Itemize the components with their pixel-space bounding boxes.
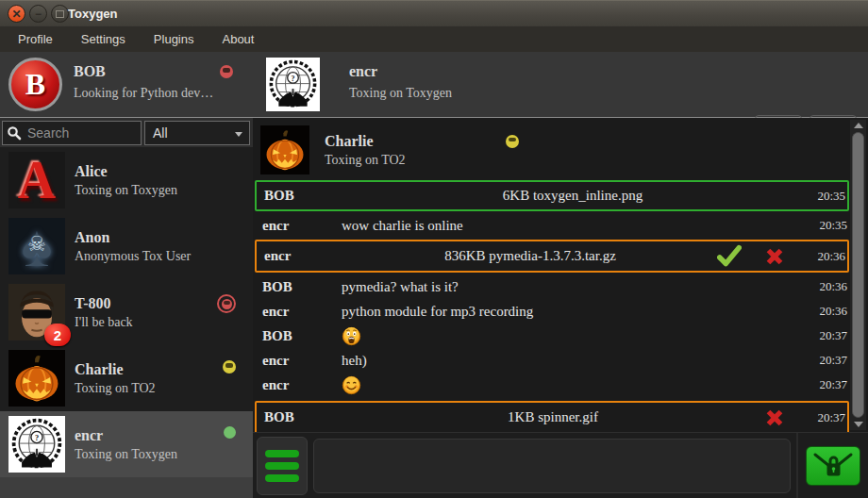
message-row: encr wow charlie is online 20:35 (255, 213, 849, 238)
window-controls: ✕ − (8, 5, 69, 23)
scrollbar-thumb[interactable] (852, 132, 864, 418)
self-status-message[interactable]: Looking for Python dev… (74, 86, 213, 101)
window-title: Toxygen (68, 1, 118, 27)
shocked-smiley-icon (342, 326, 361, 346)
minimize-button[interactable]: − (29, 5, 47, 23)
contact-status-message: I'll be back (75, 315, 133, 330)
file-transfer-label: 836KB pymedia-1.3.7.3.tar.gz (343, 248, 717, 264)
avatar-encr-anon (8, 416, 65, 473)
online-status-icon (224, 426, 236, 439)
message-text: python module for mp3 recording (342, 304, 804, 320)
message-compose-bar (253, 432, 868, 498)
message-time: 20:36 (804, 304, 849, 319)
message-time: 20:35 (804, 218, 849, 233)
search-row: All (0, 118, 253, 147)
card-contact-name: Charlie (325, 133, 374, 150)
sidebar-contact-t800[interactable]: 2 T-800 I'll be back (0, 279, 253, 345)
avatar-charlie-pumpkin (260, 125, 309, 174)
message-sender: encr (255, 353, 342, 369)
message-sender: BOB (257, 188, 343, 204)
message-time: 20:37 (804, 377, 849, 392)
contact-status-message: Toxing on TO2 (75, 381, 156, 396)
message-emoji (342, 375, 804, 395)
search-input[interactable] (25, 124, 133, 141)
file-transfer-label: 1KB spinner.gif (343, 409, 762, 425)
title-bar: ✕ − Toxygen (0, 0, 868, 26)
message-sender: encr (255, 304, 342, 320)
scroll-up-button[interactable] (850, 120, 866, 131)
menu-plugins[interactable]: Plugins (140, 28, 209, 50)
chat-contact-status-message: Toxing on Toxygen (349, 86, 452, 101)
file-transfer-row[interactable]: BOB 1KB spinner.gif 20:37 (255, 401, 849, 434)
close-button[interactable]: ✕ (8, 5, 25, 23)
away-status-icon (223, 360, 236, 374)
message-row: encr 20:37 (255, 373, 849, 397)
cross-icon (762, 406, 787, 430)
scroll-down-button[interactable] (850, 419, 866, 430)
cancel-transfer-button[interactable] (762, 244, 787, 269)
message-row: BOB pymedia? what is it? 20:36 (255, 274, 849, 299)
messages-scrollbar[interactable] (850, 120, 866, 430)
send-area (796, 433, 868, 498)
contact-filter-value: All (153, 125, 168, 141)
unread-messages-badge: 2 (44, 324, 71, 346)
sidebar-contact-anon[interactable]: ♠☠ Anon Anonymous Tox User (0, 213, 253, 279)
contact-status-message: Anonymous Tox User (75, 249, 191, 264)
attachments-menu-button[interactable] (257, 437, 308, 495)
message-row: BOB 20:37 (255, 324, 849, 348)
message-text: wow charlie is online (342, 218, 804, 234)
maximize-button[interactable] (51, 5, 69, 23)
message-text: heh) (342, 353, 804, 369)
menu-about[interactable]: About (208, 28, 268, 50)
search-icon (7, 125, 22, 141)
file-transfer-label: 6KB toxygen_inline.png (343, 188, 802, 204)
sidebar-contact-alice[interactable]: A Alice Toxing on Toxygen (0, 147, 253, 213)
search-box (2, 121, 142, 145)
check-icon (717, 244, 742, 269)
menu-bar: Profile Settings Plugins About (0, 26, 868, 52)
chat-pane: Charlie Toxing on TO2 BOB 6KB toxygen_in… (253, 118, 868, 498)
message-sender: BOB (255, 279, 342, 295)
message-time: 20:35 (802, 189, 847, 204)
cancel-transfer-button[interactable] (762, 406, 787, 430)
avatar-t800: 2 (8, 284, 65, 340)
sidebar-contact-encr[interactable]: encr Toxing on Toxygen (0, 411, 253, 477)
header-row: B BOB Looking for Python dev… encr Toxin… (0, 52, 868, 118)
chat-contact-name: encr (349, 63, 377, 80)
self-avatar[interactable]: B (8, 58, 62, 111)
inline-contact-card-charlie[interactable]: Charlie Toxing on TO2 (260, 124, 860, 176)
contact-name: Anon (75, 229, 191, 246)
send-button[interactable] (806, 446, 860, 486)
contact-status-message: Toxing on Toxygen (75, 183, 177, 198)
message-time: 20:36 (802, 249, 847, 264)
message-sender: BOB (255, 328, 342, 344)
away-status-icon (506, 135, 519, 148)
file-transfer-row[interactable]: BOB 6KB toxygen_inline.png 20:35 (255, 180, 849, 211)
message-row: encr heh) 20:37 (255, 348, 849, 373)
accept-transfer-button[interactable] (717, 244, 742, 269)
message-sender: encr (255, 218, 342, 234)
message-time: 20:37 (804, 328, 849, 343)
toxygen-window: ✕ − Toxygen Profile Settings Plugins Abo… (0, 0, 868, 498)
chevron-down-icon (235, 132, 242, 137)
message-time: 20:37 (802, 410, 847, 425)
message-time: 20:37 (804, 353, 849, 368)
self-name[interactable]: BOB (74, 63, 106, 80)
self-busy-status-icon[interactable] (220, 65, 233, 78)
avatar-anon-spade: ♠☠ (8, 218, 65, 274)
contact-name: Charlie (75, 361, 156, 378)
message-sender: encr (257, 248, 343, 264)
contact-filter-dropdown[interactable]: All (144, 121, 250, 145)
menu-settings[interactable]: Settings (67, 28, 140, 50)
sidebar: All A Alice Toxing on Toxygen ♠☠ Anon (0, 118, 253, 498)
sidebar-contact-charlie[interactable]: Charlie Toxing on TO2 (0, 345, 253, 411)
message-input[interactable] (313, 439, 791, 493)
avatar-charlie-pumpkin (8, 350, 65, 407)
contact-list: A Alice Toxing on Toxygen ♠☠ Anon Anonym… (0, 147, 253, 477)
smile-smiley-icon (342, 375, 361, 395)
cross-icon (762, 244, 787, 269)
contact-name: encr (75, 427, 177, 444)
message-text: pymedia? what is it? (342, 279, 804, 295)
menu-profile[interactable]: Profile (4, 28, 67, 50)
file-transfer-row[interactable]: encr 836KB pymedia-1.3.7.3.tar.gz 20:36 (255, 240, 849, 273)
